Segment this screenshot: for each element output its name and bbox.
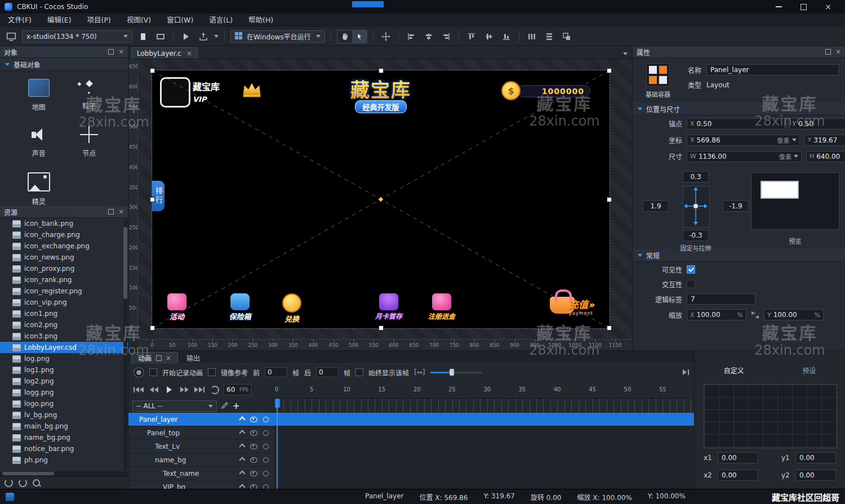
float-panel-icon[interactable]: [108, 209, 114, 215]
coin-icon[interactable]: $: [501, 81, 521, 100]
design-canvas[interactable]: 藏宝库 VIP 藏宝库 经典开发版 1000000: [152, 70, 610, 328]
timeline-layer-row[interactable]: VIP_bg: [128, 480, 694, 489]
align-top-icon[interactable]: [465, 30, 478, 43]
x1-input[interactable]: [718, 452, 758, 463]
collapse-icon[interactable]: [239, 443, 245, 449]
tab-list-icon[interactable]: [623, 52, 628, 55]
resource-item[interactable]: icon_news.png: [0, 252, 128, 263]
orientation-landscape-icon[interactable]: [154, 30, 167, 43]
scrollbar-thumb[interactable]: [2, 472, 54, 475]
scale-x-input[interactable]: [697, 311, 735, 319]
size-h-input[interactable]: [816, 153, 845, 160]
menu-item[interactable]: 帮助(H): [241, 14, 281, 27]
anchor-cross-widget[interactable]: [683, 186, 710, 228]
crown-icon[interactable]: [241, 82, 263, 100]
screen-config-icon[interactable]: [5, 30, 18, 43]
visibility-icon[interactable]: [250, 471, 257, 476]
tab-custom-curve[interactable]: 自定义: [718, 364, 750, 376]
tab-preset-curve[interactable]: 预设: [797, 364, 821, 376]
stretch-left-input[interactable]: [643, 200, 669, 212]
publish-dropdown-icon[interactable]: [214, 35, 219, 38]
recharge-button[interactable]: 充值» payment: [533, 290, 592, 314]
fps-input[interactable]: [226, 386, 238, 394]
position-size-section[interactable]: 位置与尺寸: [633, 102, 845, 115]
keyframe-icon[interactable]: [263, 417, 269, 422]
close-panel-icon[interactable]: ×: [166, 354, 171, 362]
resource-item[interactable]: icon_rank.png: [0, 274, 128, 286]
resize-handle[interactable]: [150, 325, 155, 331]
refresh-icon[interactable]: [5, 479, 13, 487]
always-show-checkbox[interactable]: [355, 368, 363, 376]
menu-item[interactable]: 语言(L): [201, 14, 241, 27]
layer-track[interactable]: [274, 426, 694, 439]
frame-ruler[interactable]: 0510152025303540455055: [274, 381, 694, 399]
distribute-h-icon[interactable]: [525, 30, 539, 43]
record-button[interactable]: [134, 367, 144, 378]
keyframe-icon[interactable]: [263, 471, 269, 476]
resource-hscrollbar[interactable]: [0, 471, 128, 476]
resize-handle[interactable]: [150, 197, 155, 202]
scale-y-input[interactable]: [773, 311, 812, 319]
menu-item[interactable]: 项目(P): [79, 14, 119, 27]
resource-item[interactable]: icon_charge.png: [0, 229, 128, 240]
lobby-button[interactable]: 兑换: [272, 293, 312, 324]
after-frames-input[interactable]: [316, 367, 339, 377]
resource-item[interactable]: icon_vip.png: [0, 297, 128, 308]
curve-grid[interactable]: [704, 384, 837, 448]
hand-tool-icon[interactable]: [337, 30, 352, 43]
resource-item[interactable]: icon2.png: [0, 319, 128, 331]
stretch-bottom-input[interactable]: [683, 230, 709, 241]
timeline-layer-row[interactable]: Panel_top: [128, 426, 694, 440]
resource-item[interactable]: ph.png: [0, 454, 128, 466]
layer-track[interactable]: [274, 440, 694, 453]
basic-objects-section[interactable]: 基础对象: [0, 58, 128, 71]
visibility-icon[interactable]: [250, 457, 257, 463]
visibility-icon[interactable]: [250, 430, 257, 436]
collapse-icon[interactable]: [239, 484, 245, 489]
frame-tick-area[interactable]: [274, 399, 694, 413]
stretch-top-input[interactable]: [683, 171, 709, 182]
edit-animation-icon[interactable]: [221, 402, 229, 411]
object-item[interactable]: 地图: [14, 79, 64, 111]
interactive-checkbox[interactable]: [687, 280, 695, 288]
tab-close-icon[interactable]: ×: [186, 50, 192, 57]
resource-scrollbar[interactable]: [123, 219, 127, 470]
collapse-icon[interactable]: [239, 416, 245, 422]
collapse-icon[interactable]: [239, 457, 245, 463]
expand-timeline-icon[interactable]: [683, 369, 689, 375]
resource-item[interactable]: LobbyLayer.csd: [0, 342, 128, 353]
menu-item[interactable]: 文件(F): [0, 14, 39, 27]
select-tool-icon[interactable]: [352, 30, 367, 43]
resize-handle[interactable]: [607, 197, 612, 202]
resource-item[interactable]: logo.png: [0, 398, 128, 409]
timeline-layer-row[interactable]: Text_name: [128, 467, 694, 480]
align-right-icon[interactable]: [439, 30, 453, 43]
visibility-icon[interactable]: [250, 417, 257, 422]
game-logo[interactable]: 藏宝库 经典开发版: [324, 75, 437, 113]
unit-dropdown-icon[interactable]: [792, 139, 797, 141]
document-tab[interactable]: LobbyLayer.c ×: [131, 47, 198, 59]
close-panel-icon[interactable]: ×: [835, 48, 841, 56]
lobby-button[interactable]: 保险箱: [220, 293, 260, 322]
info-icon[interactable]: [6, 493, 14, 501]
resource-item[interactable]: name_bg.png: [0, 432, 128, 443]
resource-item[interactable]: lv_bg.png: [0, 409, 128, 421]
coin-amount-bar[interactable]: 1000000: [517, 85, 590, 97]
x2-input[interactable]: [718, 470, 758, 481]
anchor-y-input[interactable]: [798, 120, 845, 128]
loop-icon[interactable]: [208, 384, 221, 395]
go-to-start-icon[interactable]: [132, 384, 145, 395]
anchor-x-input[interactable]: [697, 120, 781, 128]
onion-skin-icon[interactable]: [↔]: [414, 368, 425, 376]
object-item[interactable]: 声音: [14, 126, 64, 158]
publish-icon[interactable]: [197, 30, 210, 43]
object-item[interactable]: 节点: [64, 126, 115, 158]
move-tool-icon[interactable]: [379, 30, 393, 43]
keyframe-icon[interactable]: [263, 457, 269, 463]
mirror-checkbox[interactable]: [208, 368, 216, 376]
resource-item[interactable]: log.png: [0, 353, 128, 364]
resource-item[interactable]: icon_register.png: [0, 286, 128, 297]
align-left-icon[interactable]: [404, 30, 418, 43]
resource-item[interactable]: notice_bar.png: [0, 443, 128, 454]
close-button[interactable]: ×: [816, 0, 840, 14]
